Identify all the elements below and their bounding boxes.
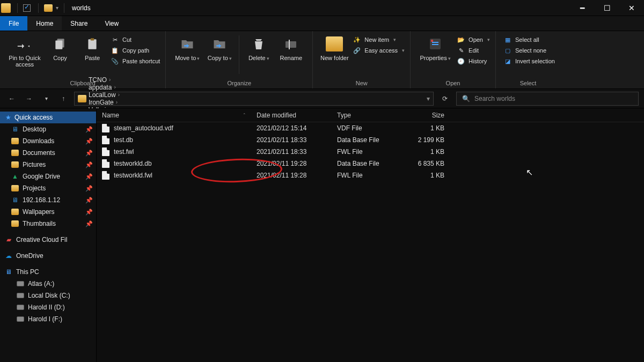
select-all-button[interactable]: ▦Select all <box>503 35 555 44</box>
qat-folder-icon[interactable] <box>44 4 53 12</box>
sidebar-item[interactable]: 🖥Desktop📌 <box>0 123 96 135</box>
refresh-button[interactable]: ⟳ <box>438 92 452 106</box>
forward-button[interactable]: → <box>23 92 35 105</box>
new-item-icon: ✨ <box>353 35 361 44</box>
close-button[interactable]: ✕ <box>619 0 644 16</box>
history-button[interactable]: 🕘History <box>457 57 490 65</box>
sidebar-drive[interactable]: Harold I (F:) <box>0 313 96 325</box>
quick-access-toolbar: ▾ <box>15 3 67 13</box>
invert-selection-button[interactable]: ◪Invert selection <box>503 57 555 65</box>
maximize-button[interactable]: ☐ <box>595 0 619 16</box>
sidebar-this-pc[interactable]: 🖥 This PC <box>0 266 96 278</box>
move-to-button[interactable]: Move to▾ <box>171 33 203 62</box>
column-name[interactable]: Name˄ <box>97 108 251 122</box>
pin-to-quick-access-button[interactable]: Pin to Quick access <box>5 33 44 68</box>
copy-path-button[interactable]: 📋Copy path <box>111 46 160 55</box>
copy-button[interactable]: Copy <box>44 33 76 61</box>
tab-view[interactable]: View <box>96 16 127 31</box>
breadcrumb-segment[interactable]: IronGate› <box>89 99 120 106</box>
pin-icon: 📌 <box>85 220 93 227</box>
new-folder-icon <box>326 35 343 53</box>
new-folder-button[interactable]: New folder <box>318 33 350 61</box>
copy-to-button[interactable]: Copy to▾ <box>203 33 236 62</box>
select-all-icon: ▦ <box>503 35 512 44</box>
ribbon-tabs: File Home Share View <box>0 16 644 31</box>
qat-dropdown-icon[interactable]: ▾ <box>56 5 58 11</box>
move-to-icon <box>179 35 196 53</box>
sidebar-item[interactable]: Downloads📌 <box>0 135 96 147</box>
back-button[interactable]: ← <box>5 92 18 105</box>
sidebar-creative-cloud[interactable]: ▰ Creative Cloud Fil <box>0 234 96 246</box>
breadcrumb-segment[interactable]: TCNO› <box>89 76 120 84</box>
pin-icon: 📌 <box>85 197 93 204</box>
new-item-button[interactable]: ✨New item▾ <box>353 35 405 44</box>
drive-icon <box>16 315 25 323</box>
paste-button[interactable]: Paste <box>76 33 108 61</box>
tab-home[interactable]: Home <box>27 16 62 31</box>
drive-icon <box>16 291 25 300</box>
tab-share[interactable]: Share <box>62 16 96 31</box>
sidebar-item-icon <box>11 149 19 157</box>
table-row[interactable]: test.db 2021/02/11 18:33 Data Base File … <box>97 134 644 146</box>
select-none-icon: ▢ <box>503 46 512 55</box>
address-folder-icon <box>78 95 86 102</box>
breadcrumb-segment[interactable]: appdata› <box>89 84 120 91</box>
sidebar-drive[interactable]: Local Disk (C:) <box>0 290 96 301</box>
sidebar-onedrive[interactable]: ☁ OneDrive <box>0 250 96 262</box>
sidebar-item-icon <box>11 184 19 193</box>
group-select: ▦Select all ▢Select none ◪Invert selecti… <box>496 31 560 88</box>
group-open: Properties▾ 📂Open▾ ✎Edit 🕘History Open <box>411 31 496 88</box>
search-icon: 🔍 <box>462 95 470 102</box>
sidebar-item[interactable]: Thumbnails📌 <box>0 218 96 230</box>
window-controls: ━ ☐ ✕ <box>570 0 644 16</box>
invert-icon: ◪ <box>503 57 512 65</box>
sidebar-item[interactable]: Pictures📌 <box>0 159 96 171</box>
minimize-button[interactable]: ━ <box>570 0 595 16</box>
search-box[interactable]: 🔍 Search worlds <box>456 92 639 106</box>
rename-icon <box>282 35 299 53</box>
main-area: ★ Quick access 🖥Desktop📌Downloads📌Docume… <box>0 108 644 362</box>
table-row[interactable]: testworkld.db 2021/02/11 19:28 Data Base… <box>97 158 644 169</box>
sidebar-item-icon: ▲ <box>11 172 19 181</box>
recent-dropdown[interactable]: ▾ <box>40 92 53 105</box>
pin-label: Pin to Quick access <box>5 55 44 68</box>
rename-button[interactable]: Rename <box>275 33 307 61</box>
cut-button[interactable]: ✂Cut <box>111 35 160 44</box>
sidebar-quick-access[interactable]: ★ Quick access <box>0 112 96 123</box>
sidebar-item[interactable]: Wallpapers📌 <box>0 206 96 218</box>
tab-file[interactable]: File <box>0 16 27 31</box>
address-bar[interactable]: TCNO›appdata›LocalLow›IronGate›Valheim›w… <box>74 92 434 106</box>
properties-button[interactable]: Properties▾ <box>416 33 455 62</box>
easy-access-button[interactable]: 🔗Easy access▾ <box>353 46 405 55</box>
sidebar-drive[interactable]: Harold II (D:) <box>0 301 96 313</box>
column-size[interactable]: Size <box>401 108 450 122</box>
up-button[interactable]: ↑ <box>57 92 70 105</box>
sidebar-drive[interactable]: Atlas (A:) <box>0 278 96 290</box>
file-icon <box>102 147 109 156</box>
table-row[interactable]: test.fwl 2021/02/11 18:33 FWL File 1 KB <box>97 146 644 158</box>
file-icon <box>102 159 109 168</box>
delete-button[interactable]: Delete▾ <box>243 33 275 62</box>
pin-icon: 📌 <box>85 138 93 145</box>
copy-icon <box>52 35 69 53</box>
address-dropdown-icon[interactable]: ▾ <box>427 95 430 102</box>
title-bar: ▾ worlds ━ ☐ ✕ <box>0 0 644 16</box>
app-folder-icon <box>1 3 11 13</box>
sidebar-item[interactable]: Documents📌 <box>0 147 96 159</box>
paste-shortcut-button[interactable]: 📎Paste shortcut <box>111 57 160 65</box>
sidebar-item[interactable]: Projects📌 <box>0 182 96 194</box>
svg-rect-3 <box>91 38 94 40</box>
column-date[interactable]: Date modified <box>251 108 332 122</box>
breadcrumb-segment[interactable]: LocalLow› <box>89 91 120 99</box>
table-row[interactable]: testworkld.fwl 2021/02/11 19:28 FWL File… <box>97 169 644 181</box>
qat-check-icon[interactable] <box>23 4 31 12</box>
sidebar-item[interactable]: ▲Google Drive📌 <box>0 171 96 182</box>
select-none-button[interactable]: ▢Select none <box>503 46 555 55</box>
column-type[interactable]: Type <box>332 108 401 122</box>
sidebar-item[interactable]: 🖥192.168.1.12📌 <box>0 194 96 206</box>
open-button[interactable]: 📂Open▾ <box>457 35 490 44</box>
paste-shortcut-icon: 📎 <box>111 57 119 65</box>
table-row[interactable]: steam_autocloud.vdf 2021/02/12 15:14 VDF… <box>97 122 644 134</box>
edit-button[interactable]: ✎Edit <box>457 46 490 55</box>
sidebar-item-icon: 🖥 <box>11 196 19 204</box>
